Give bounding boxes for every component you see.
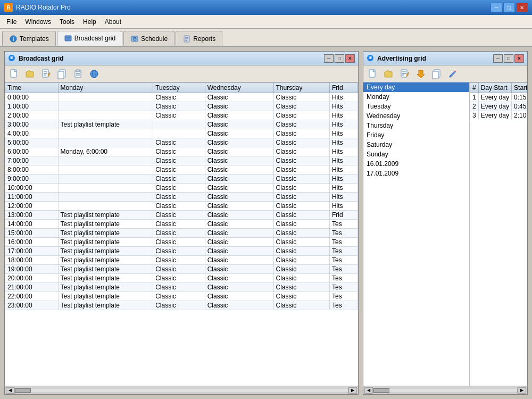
paste-button[interactable]: [71, 68, 86, 80]
open-button[interactable]: [23, 68, 38, 80]
copy-button[interactable]: [55, 68, 70, 80]
day-item[interactable]: 16.01.2009: [363, 159, 469, 169]
tab-templates-label: Templates: [20, 35, 49, 43]
table-row[interactable]: 21:00:00Test playlist templateClassicCla…: [5, 283, 358, 292]
new-button[interactable]: [7, 68, 22, 80]
table-row[interactable]: 20:00:00Test playlist templateClassicCla…: [5, 274, 358, 283]
table-row[interactable]: 15:00:00Test playlist templateClassicCla…: [5, 229, 358, 238]
table-row[interactable]: 14:00:00Test playlist templateClassicCla…: [5, 220, 358, 229]
globe-button[interactable]: [87, 68, 102, 80]
tab-reports[interactable]: Reports: [176, 31, 222, 46]
svg-rect-41: [433, 71, 438, 79]
menu-file[interactable]: File: [2, 17, 21, 27]
tab-templates[interactable]: i Templates: [2, 31, 56, 46]
reports-tab-icon: [182, 35, 191, 43]
advertising-panel: Advertising grid ─ □ ✕: [363, 51, 528, 395]
table-row[interactable]: 10:00:00ClassicClassicClassicHits: [5, 184, 358, 193]
broadcast-minimize-btn[interactable]: ─: [324, 54, 334, 63]
table-row[interactable]: 13:00:00Test playlist templateClassicCla…: [5, 211, 358, 220]
menu-windows[interactable]: Windows: [21, 17, 55, 27]
table-row[interactable]: 18:00:00Test playlist templateClassicCla…: [5, 256, 358, 265]
menu-about[interactable]: About: [101, 17, 126, 27]
table-row[interactable]: 1:00:00ClassicClassicClassicHits: [5, 102, 358, 111]
broadcast-hscroll[interactable]: ◀ ▶: [5, 386, 358, 394]
table-row[interactable]: 1Every day0:15:0000:05:00: [470, 93, 528, 102]
adv-col-daystart: Day Start: [478, 83, 511, 93]
day-item[interactable]: Friday: [363, 130, 469, 140]
table-row[interactable]: 7:00:00ClassicClassicClassicHits: [5, 156, 358, 165]
templates-tab-icon: i: [9, 35, 18, 43]
adv-scroll-right[interactable]: ▶: [518, 387, 526, 394]
broadcast-panel: Broadcast grid ─ □ ✕: [4, 51, 359, 395]
table-row[interactable]: 19:00:00Test playlist templateClassicCla…: [5, 265, 358, 274]
table-row[interactable]: 6:00:00Monday, 6:00:00ClassicClassicClas…: [5, 147, 358, 156]
minimize-button[interactable]: ─: [491, 3, 502, 12]
table-row[interactable]: 3Every day2:10:0000:05:00: [470, 111, 528, 120]
edit-button[interactable]: [39, 68, 54, 80]
day-item[interactable]: Monday: [363, 92, 469, 102]
day-item[interactable]: 17.01.2009: [363, 169, 469, 178]
maximize-button[interactable]: □: [503, 3, 515, 12]
table-row[interactable]: 8:00:00ClassicClassicClassicHits: [5, 165, 358, 174]
table-row[interactable]: 23:00:00Test playlist templateClassicCla…: [5, 301, 358, 310]
broadcast-scrollbar[interactable]: [14, 388, 348, 393]
day-item[interactable]: Every day: [363, 82, 469, 92]
table-row[interactable]: 2Every day0:45:0000:05:00: [470, 102, 528, 111]
adv-open-button[interactable]: [381, 68, 396, 80]
table-row[interactable]: 17:00:00Test playlist templateClassicCla…: [5, 247, 358, 256]
tab-schedule[interactable]: Schedule: [123, 31, 174, 46]
day-list[interactable]: Every dayMondayTuesdayWednesdayThursdayF…: [363, 82, 470, 386]
day-item[interactable]: Tuesday: [363, 102, 469, 111]
adv-scroll-left[interactable]: ◀: [364, 387, 373, 394]
adv-copy2-button[interactable]: [429, 68, 444, 80]
broadcast-scroll-thumb[interactable]: [15, 388, 31, 393]
broadcast-grid-table: Time Monday Tuesday Wednesday Thursday F…: [5, 82, 358, 310]
table-row[interactable]: 3:00:00Test playlist templateClassicClas…: [5, 120, 358, 129]
scroll-left[interactable]: ◀: [6, 387, 14, 394]
advertising-grid-container[interactable]: # Day Start Start time Duration 1Every d…: [470, 82, 527, 386]
menu-tools[interactable]: Tools: [55, 17, 79, 27]
advertising-panel-controls: ─ □ ✕: [493, 54, 524, 63]
broadcast-close-btn[interactable]: ✕: [345, 54, 355, 63]
table-row[interactable]: 4:00:00ClassicClassicHits: [5, 129, 358, 138]
main-content: Broadcast grid ─ □ ✕: [0, 47, 532, 399]
advertising-content: Every dayMondayTuesdayWednesdayThursdayF…: [363, 82, 527, 386]
close-button[interactable]: ✕: [516, 3, 528, 12]
table-row[interactable]: 16:00:00Test playlist templateClassicCla…: [5, 238, 358, 247]
table-row[interactable]: 9:00:00ClassicClassicClassicHits: [5, 174, 358, 184]
menu-bar: File Windows Tools Help About: [0, 15, 532, 29]
adv-edit2-button[interactable]: [445, 68, 460, 80]
scroll-right[interactable]: ▶: [348, 387, 357, 394]
table-row[interactable]: 11:00:00ClassicClassicClassicHits: [5, 193, 358, 202]
adv-scroll-thumb[interactable]: [373, 388, 389, 393]
advertising-hscroll[interactable]: ◀ ▶: [363, 386, 527, 394]
advertising-panel-title: Advertising grid: [377, 55, 493, 62]
app-icon: R: [4, 3, 13, 12]
advertising-maximize-btn[interactable]: □: [504, 54, 513, 63]
col-thursday: Thursday: [273, 83, 329, 93]
adv-edit-button[interactable]: [397, 68, 412, 80]
advertising-grid-table: # Day Start Start time Duration 1Every d…: [470, 82, 527, 120]
advertising-scrollbar[interactable]: [373, 388, 518, 393]
broadcast-grid-container[interactable]: Time Monday Tuesday Wednesday Thursday F…: [5, 82, 358, 386]
day-item[interactable]: Sunday: [363, 149, 469, 159]
table-row[interactable]: 12:00:00ClassicClassicClassicHits: [5, 202, 358, 211]
title-bar: R RADIO Rotator Pro ─ □ ✕: [0, 0, 532, 15]
table-row[interactable]: 2:00:00ClassicClassicClassicHits: [5, 111, 358, 120]
tab-broadcast-grid[interactable]: Broadcast grid: [57, 31, 122, 46]
advertising-close-btn[interactable]: ✕: [514, 54, 524, 63]
svg-point-14: [11, 57, 13, 59]
day-item[interactable]: Wednesday: [363, 111, 469, 121]
table-row[interactable]: 22:00:00Test playlist templateClassicCla…: [5, 292, 358, 301]
table-row[interactable]: 0:00:00ClassicClassicClassicHits: [5, 93, 358, 102]
day-item[interactable]: Saturday: [363, 140, 469, 149]
adv-download-button[interactable]: [413, 68, 428, 80]
broadcast-panel-controls: ─ □ ✕: [324, 54, 355, 63]
table-row[interactable]: 5:00:00ClassicClassicClassicHits: [5, 138, 358, 147]
advertising-panel-icon: [367, 54, 375, 63]
broadcast-maximize-btn[interactable]: □: [335, 54, 344, 63]
advertising-minimize-btn[interactable]: ─: [493, 54, 503, 63]
day-item[interactable]: Thursday: [363, 121, 469, 130]
menu-help[interactable]: Help: [79, 17, 101, 27]
adv-new-button[interactable]: [365, 68, 380, 80]
